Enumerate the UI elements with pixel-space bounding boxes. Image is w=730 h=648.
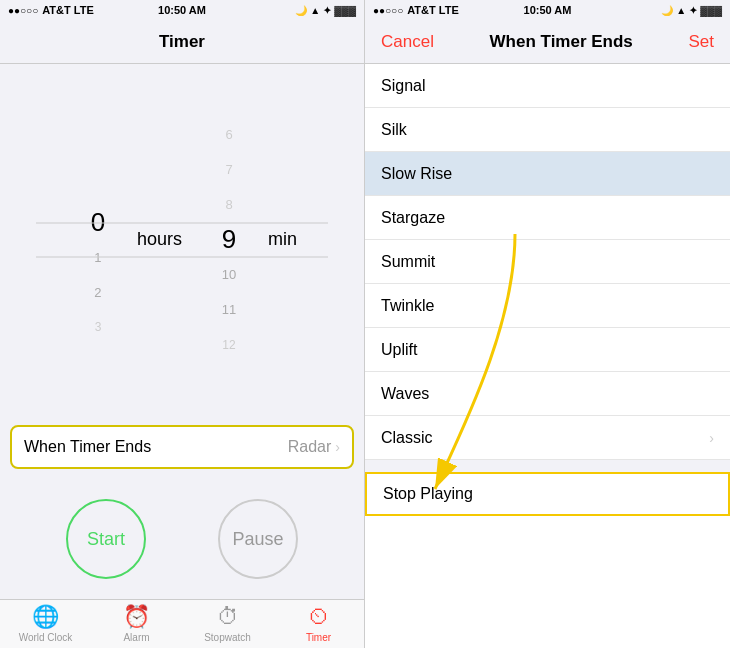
- tone-label: Classic: [381, 429, 433, 447]
- left-panel: ●●○○○ AT&T LTE 10:50 AM 🌙 ▲ ✦ ▓▓▓ Timer …: [0, 0, 365, 648]
- right-nav-title: When Timer Ends: [490, 32, 633, 52]
- tone-label: Silk: [381, 121, 407, 139]
- picker-columns[interactable]: 0 1 2 3 hours 6 7 8 9 10 11 12 min: [63, 117, 301, 362]
- tone-stargaze[interactable]: Stargaze: [365, 196, 730, 240]
- right-bluetooth-icon: ✦: [689, 5, 697, 16]
- picker-item: [63, 135, 133, 170]
- left-nav-title: Timer: [159, 32, 205, 52]
- start-button[interactable]: Start: [66, 499, 146, 579]
- battery-icon: ▓▓▓: [334, 5, 356, 16]
- tone-summit[interactable]: Summit: [365, 240, 730, 284]
- right-signal-dots: ●●○○○: [373, 5, 403, 16]
- timer-buttons: Start Pause: [0, 479, 364, 599]
- tone-label: Summit: [381, 253, 435, 271]
- picker-item: 11: [194, 292, 264, 327]
- picker-item-selected: 0: [63, 205, 133, 240]
- tone-label: Stargaze: [381, 209, 445, 227]
- moon-icon: 🌙: [295, 5, 307, 16]
- when-timer-current: Radar: [288, 438, 332, 456]
- timer-icon: ⏲: [308, 604, 330, 630]
- right-status-icons: 🌙 ▲ ✦ ▓▓▓: [661, 5, 722, 16]
- picker-item: 3: [63, 310, 133, 345]
- ringtone-list: Signal Silk Slow Rise Stargaze Summit Tw…: [365, 64, 730, 648]
- tab-bar: 🌐 World Clock ⏰ Alarm ⏱ Stopwatch ⏲ Time…: [0, 599, 364, 648]
- stopwatch-icon: ⏱: [217, 604, 239, 630]
- right-battery-icon: ▓▓▓: [700, 5, 722, 16]
- tone-label: Slow Rise: [381, 165, 452, 183]
- stop-playing-item[interactable]: Stop Playing: [365, 472, 730, 516]
- tone-signal[interactable]: Signal: [365, 64, 730, 108]
- tone-waves[interactable]: Waves: [365, 372, 730, 416]
- right-carrier: ●●○○○ AT&T LTE: [373, 4, 459, 16]
- picker-item: 7: [194, 152, 264, 187]
- when-timer-value: Radar ›: [288, 438, 340, 456]
- alarm-icon: ⏰: [123, 604, 150, 630]
- tone-label: Waves: [381, 385, 429, 403]
- bluetooth-icon: ✦: [323, 5, 331, 16]
- tone-slow-rise[interactable]: Slow Rise: [365, 152, 730, 196]
- tone-classic[interactable]: Classic ›: [365, 416, 730, 460]
- right-moon-icon: 🌙: [661, 5, 673, 16]
- picker-item: 8: [194, 187, 264, 222]
- carrier-name: AT&T LTE: [42, 4, 94, 16]
- tone-twinkle[interactable]: Twinkle: [365, 284, 730, 328]
- cancel-button[interactable]: Cancel: [381, 32, 434, 52]
- tone-silk[interactable]: Silk: [365, 108, 730, 152]
- right-carrier-name: AT&T LTE: [407, 4, 459, 16]
- tab-world-clock-label: World Clock: [19, 632, 73, 643]
- set-button[interactable]: Set: [688, 32, 714, 52]
- stop-playing-label: Stop Playing: [383, 485, 473, 503]
- chevron-right-icon: ›: [709, 430, 714, 446]
- tone-label: Signal: [381, 77, 425, 95]
- right-panel: ●●○○○ AT&T LTE 10:50 AM 🌙 ▲ ✦ ▓▓▓ Cancel…: [365, 0, 730, 648]
- chevron-right-icon: ›: [335, 439, 340, 455]
- right-location-icon: ▲: [676, 5, 686, 16]
- when-timer-ends-row[interactable]: When Timer Ends Radar ›: [10, 425, 354, 469]
- tab-world-clock[interactable]: 🌐 World Clock: [0, 604, 91, 643]
- left-nav-bar: Timer: [0, 20, 364, 64]
- tone-label: Uplift: [381, 341, 417, 359]
- picker-area[interactable]: 0 1 2 3 hours 6 7 8 9 10 11 12 min: [0, 64, 364, 415]
- right-nav-bar: Cancel When Timer Ends Set: [365, 20, 730, 64]
- tab-stopwatch[interactable]: ⏱ Stopwatch: [182, 604, 273, 643]
- left-time: 10:50 AM: [158, 4, 206, 16]
- tab-alarm[interactable]: ⏰ Alarm: [91, 604, 182, 643]
- minutes-label: min: [264, 222, 301, 257]
- minutes-column[interactable]: 6 7 8 9 10 11 12: [194, 117, 264, 362]
- tab-timer[interactable]: ⏲ Timer: [273, 604, 364, 643]
- signal-dots: ●●○○○: [8, 5, 38, 16]
- tab-stopwatch-label: Stopwatch: [204, 632, 251, 643]
- left-carrier: ●●○○○ AT&T LTE: [8, 4, 94, 16]
- pause-button[interactable]: Pause: [218, 499, 298, 579]
- hours-label: hours: [133, 222, 186, 257]
- tab-timer-label: Timer: [306, 632, 331, 643]
- left-status-bar: ●●○○○ AT&T LTE 10:50 AM 🌙 ▲ ✦ ▓▓▓: [0, 0, 364, 20]
- list-separator: [365, 460, 730, 472]
- picker-wrapper[interactable]: 0 1 2 3 hours 6 7 8 9 10 11 12 min: [0, 112, 364, 367]
- picker-item: 6: [194, 117, 264, 152]
- hours-column[interactable]: 0 1 2 3: [63, 135, 133, 345]
- tab-alarm-label: Alarm: [123, 632, 149, 643]
- right-status-bar: ●●○○○ AT&T LTE 10:50 AM 🌙 ▲ ✦ ▓▓▓: [365, 0, 730, 20]
- picker-item-selected: 9: [194, 222, 264, 257]
- picker-item: 1: [63, 240, 133, 275]
- tone-label: Twinkle: [381, 297, 434, 315]
- left-status-icons: 🌙 ▲ ✦ ▓▓▓: [295, 5, 356, 16]
- picker-item: 10: [194, 257, 264, 292]
- location-icon: ▲: [310, 5, 320, 16]
- right-time: 10:50 AM: [524, 4, 572, 16]
- picker-item: [63, 170, 133, 205]
- globe-icon: 🌐: [32, 604, 59, 630]
- picker-item: 12: [194, 327, 264, 362]
- when-timer-label: When Timer Ends: [24, 438, 151, 456]
- picker-item: 2: [63, 275, 133, 310]
- tone-uplift[interactable]: Uplift: [365, 328, 730, 372]
